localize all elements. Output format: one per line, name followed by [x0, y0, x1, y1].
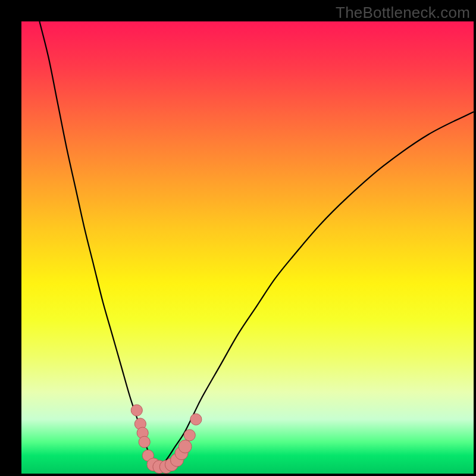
- marker-point: [190, 414, 202, 425]
- watermark-text: TheBottleneck.com: [336, 4, 470, 22]
- chart-frame: TheBottleneck.com: [0, 0, 476, 476]
- marker-point: [178, 440, 192, 453]
- marker-group: [131, 405, 202, 474]
- plot-area: [21, 21, 474, 474]
- chart-svg: [21, 21, 474, 474]
- curve-right: [157, 112, 474, 469]
- marker-point: [184, 430, 195, 441]
- curve-left: [39, 21, 157, 469]
- marker-point: [131, 405, 142, 416]
- marker-point: [139, 436, 150, 447]
